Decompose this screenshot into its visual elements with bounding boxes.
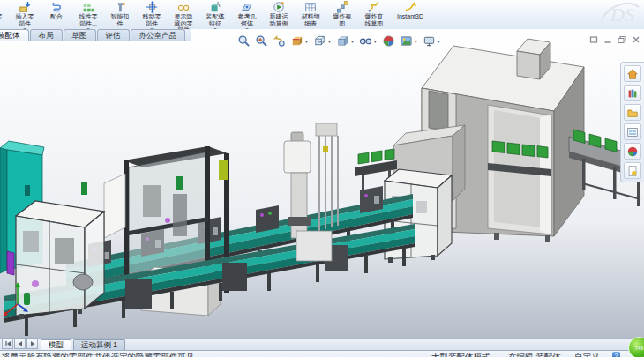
reference-geometry-button[interactable]: 参考几何体 ▼	[231, 0, 263, 29]
file-explorer-icon[interactable]	[624, 104, 641, 121]
bill-of-materials-button[interactable]: 材料明细表	[295, 0, 326, 29]
reference-geometry-icon	[241, 1, 253, 13]
smart-fasteners-button[interactable]: 智能扣件	[104, 0, 136, 29]
editing-state-label: 在编辑 装配体	[508, 352, 561, 357]
tab-sketch[interactable]: 草图	[64, 29, 96, 41]
show-hidden-components-button[interactable]: 显示隐藏的零部件	[168, 0, 199, 29]
new-motion-study-button[interactable]: 新建运动算例	[263, 0, 295, 29]
apply-scene-icon[interactable]: ▼	[399, 34, 419, 48]
view-settings-icon[interactable]: ▼	[422, 34, 442, 48]
status-message: 将显示所有隐藏的零部件并使选定的隐藏零部件可见	[2, 352, 195, 357]
assembly-features-button[interactable]: 装配体特征 ▼	[199, 0, 231, 29]
scene-cabinet-accent-strip	[7, 251, 14, 275]
edit-appearance-icon[interactable]	[381, 34, 396, 48]
dropdown-caret[interactable]: ▼	[350, 39, 355, 44]
tab-evaluate[interactable]: 评估	[97, 29, 130, 41]
dropdown-caret[interactable]: ▼	[373, 39, 378, 44]
model-tab-bar: 模型 运动算例 1	[0, 338, 644, 350]
command-manager-toolbar: 编辑零部件 ▼ 插入零部件 ▼ 配合 线性零部件... ▼ 智能扣件 移动零部件…	[0, 0, 644, 30]
restore-window-icon[interactable]	[589, 35, 598, 44]
mate-icon	[50, 1, 63, 13]
viewport-3d[interactable]	[0, 29, 644, 339]
dassault-systemes-logo: DS	[600, 0, 640, 26]
hide-show-items-icon[interactable]: ▼	[358, 34, 378, 48]
dropdown-caret[interactable]: ▼	[414, 39, 418, 44]
tab-office-products[interactable]: 办公室产品	[131, 29, 186, 41]
linear-component-pattern-button[interactable]: 线性零部件... ▼	[72, 0, 104, 29]
instant3d-icon	[404, 1, 416, 13]
model-tab[interactable]: 模型	[41, 339, 71, 350]
badge-text: 746	[634, 346, 643, 351]
linear-component-pattern-icon	[82, 1, 94, 13]
unit-system-selector[interactable]: 自定义	[574, 352, 600, 357]
task-pane-strip	[620, 62, 644, 182]
assembly-features-icon	[209, 1, 221, 13]
custom-properties-icon[interactable]	[624, 162, 641, 179]
view-orientation-icon[interactable]: ▼	[312, 34, 333, 48]
insert-component-icon	[19, 1, 31, 13]
minimize-icon[interactable]	[603, 35, 612, 44]
tab-scroll-right-button[interactable]	[26, 338, 38, 349]
svg-text:DS: DS	[610, 4, 634, 26]
explode-line-sketch-button[interactable]: 爆炸直线草图	[358, 0, 390, 29]
view-palette-icon[interactable]	[624, 123, 641, 140]
instant3d-button[interactable]: Instant3D	[390, 0, 431, 29]
edit-component-button[interactable]: 编辑零部件 ▼	[0, 0, 9, 29]
show-hidden-components-icon	[177, 1, 190, 13]
zoom-to-fit-icon[interactable]	[236, 34, 251, 48]
new-motion-study-icon	[273, 1, 285, 13]
move-component-button[interactable]: 移动零部件 ▼	[136, 0, 168, 29]
zoom-to-area-icon[interactable]	[254, 34, 269, 48]
quick-tips-help-icon[interactable]: ?	[612, 352, 620, 357]
solidworks-resources-icon[interactable]	[624, 65, 641, 82]
previous-view-icon[interactable]	[272, 34, 287, 48]
cascade-windows-icon[interactable]	[618, 35, 626, 44]
mate-button[interactable]: 配合	[41, 0, 72, 29]
bill-of-materials-icon	[304, 1, 317, 13]
large-assembly-mode-label: 大型装配体模式	[431, 352, 490, 357]
design-library-icon[interactable]	[624, 85, 641, 101]
dropdown-caret[interactable]: ▼	[327, 39, 332, 44]
document-window-controls	[589, 35, 640, 44]
status-bar: 将显示所有隐藏的零部件并使选定的隐藏零部件可见 大型装配体模式 在编辑 装配体 …	[0, 350, 644, 357]
tab-layout[interactable]: 布局	[30, 29, 63, 41]
exploded-view-icon	[336, 1, 348, 13]
solidworks-window: { "window": { "logo": "DS", "controls": …	[0, 0, 644, 357]
tab-scroll-left-button[interactable]	[14, 338, 26, 349]
motion-study-tab[interactable]: 运动算例 1	[73, 339, 125, 350]
tab-scroll-first-button[interactable]	[2, 338, 13, 349]
display-style-icon[interactable]: ▼	[335, 34, 356, 48]
dropdown-caret[interactable]: ▼	[304, 39, 309, 44]
heads-up-view-toolbar: ▼ ▼ ▼ ▼ ▼ ▼	[236, 34, 442, 48]
move-component-icon	[146, 1, 158, 13]
tab-assembly[interactable]: 装配体	[0, 29, 29, 41]
explode-line-sketch-icon	[368, 1, 380, 13]
exploded-view-button[interactable]: 爆炸视图	[326, 0, 358, 29]
smart-fasteners-icon	[114, 1, 126, 13]
insert-component-button[interactable]: 插入零部件 ▼	[9, 0, 41, 29]
section-view-icon[interactable]: ▼	[289, 34, 310, 48]
dropdown-caret[interactable]: ▼	[437, 39, 441, 44]
recording-overlay-badge[interactable]: 746	[628, 337, 644, 357]
close-icon[interactable]	[632, 35, 640, 44]
appearances-icon[interactable]	[624, 143, 641, 160]
ribbon-tab-strip: 装配体 布局 草图 评估 办公室产品	[0, 29, 191, 41]
